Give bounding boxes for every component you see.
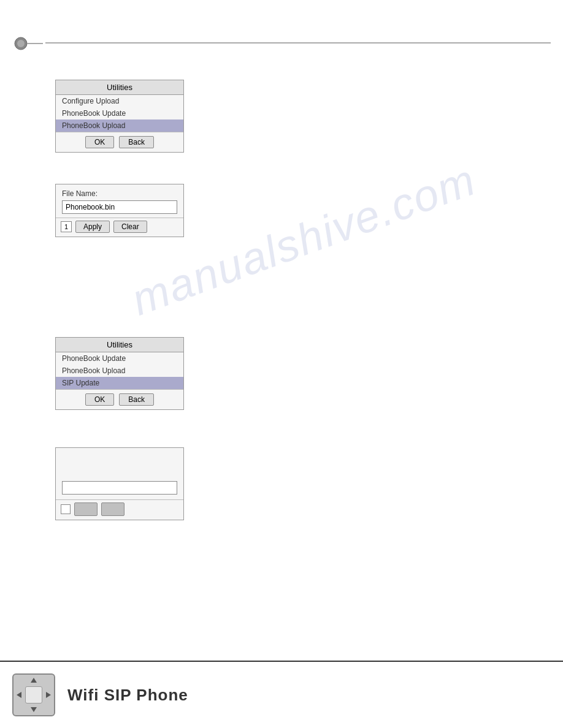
apply-button[interactable]: Apply [75, 221, 110, 233]
sip-input[interactable] [62, 481, 177, 495]
footer-bar: Wifi SIP Phone [0, 661, 563, 728]
navigation-pad[interactable] [12, 673, 55, 716]
back-button-1[interactable]: Back [119, 136, 154, 148]
arrow-right-icon[interactable] [46, 692, 51, 698]
menu-buttons-1: OK Back [56, 132, 183, 152]
menu-item-phonebook-update-2[interactable]: PhoneBook Update [56, 352, 183, 365]
sip-update-form [55, 447, 184, 520]
menu-item-phonebook-upload[interactable]: PhoneBook Upload [56, 119, 183, 132]
form-bottom-bar: 1 Apply Clear [56, 218, 183, 237]
page-number: 1 [61, 221, 72, 232]
ok-button-1[interactable]: OK [85, 136, 114, 148]
menu-item-configure-upload[interactable]: Configure Upload [56, 95, 183, 107]
menu-item-sip-update[interactable]: SIP Update [56, 377, 183, 389]
footer-title: Wifi SIP Phone [67, 686, 188, 705]
sip-form-content [56, 448, 183, 479]
menu-item-phonebook-upload-2[interactable]: PhoneBook Upload [56, 365, 183, 377]
svg-point-1 [17, 40, 25, 47]
center-button[interactable] [25, 686, 42, 703]
sip-form-bottom [56, 499, 183, 520]
connector-line [45, 42, 551, 44]
utilities-title-1: Utilities [56, 80, 183, 95]
arrow-left-icon[interactable] [17, 692, 21, 698]
connector-icon [12, 37, 43, 49]
utilities-menu-1: Utilities Configure Upload PhoneBook Upd… [55, 80, 184, 153]
sip-button-2[interactable] [101, 502, 124, 516]
utilities-title-2: Utilities [56, 338, 183, 352]
file-name-form: File Name: 1 Apply Clear [55, 184, 184, 237]
back-button-2[interactable]: Back [119, 393, 154, 406]
menu-buttons-2: OK Back [56, 389, 183, 409]
ok-button-2[interactable]: OK [85, 393, 114, 406]
utilities-menu-2: Utilities PhoneBook Update PhoneBook Upl… [55, 337, 184, 410]
top-bar [0, 37, 563, 49]
file-name-label: File Name: [56, 184, 183, 200]
watermark: manualshive.com [125, 154, 483, 325]
clear-button[interactable]: Clear [113, 221, 147, 233]
file-name-input[interactable] [62, 200, 177, 214]
arrow-up-icon[interactable] [31, 678, 37, 683]
sip-button-1[interactable] [74, 502, 98, 516]
menu-item-phonebook-update-1[interactable]: PhoneBook Update [56, 107, 183, 119]
arrow-down-icon[interactable] [31, 707, 37, 712]
sip-checkbox[interactable] [61, 504, 71, 514]
